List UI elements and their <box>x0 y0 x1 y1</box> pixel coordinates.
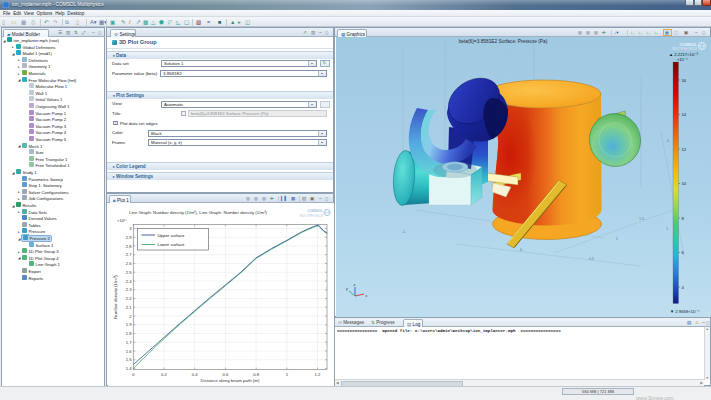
svg-text:16: 16 <box>682 78 687 83</box>
svg-text:2.7: 2.7 <box>126 252 132 257</box>
svg-text:1.5: 1.5 <box>126 357 132 362</box>
svg-text:1.5: 1.5 <box>639 217 644 221</box>
svg-text:MULTIPHYSICS: MULTIPHYSICS <box>672 47 698 51</box>
svg-text:COMSOL: COMSOL <box>679 42 697 47</box>
svg-text:1.8: 1.8 <box>126 331 132 336</box>
svg-text:2.4: 2.4 <box>126 279 132 284</box>
svg-text:1.6: 1.6 <box>126 349 132 354</box>
svg-text:▲ 2.2217×10⁻³: ▲ 2.2217×10⁻³ <box>669 52 698 57</box>
svg-text:2.5: 2.5 <box>126 270 132 275</box>
svg-text:z: z <box>354 283 356 287</box>
svg-text:Number density (1/m³): Number density (1/m³) <box>113 275 118 319</box>
svg-text:0.8: 0.8 <box>253 372 259 377</box>
svg-text:1.7: 1.7 <box>126 340 132 345</box>
svg-text:0.5: 0.5 <box>589 257 594 261</box>
svg-text:-5: -5 <box>402 230 405 234</box>
svg-text:0.6: 0.6 <box>222 372 228 377</box>
svg-text:2.6: 2.6 <box>126 261 132 266</box>
svg-text:12: 12 <box>682 147 687 152</box>
svg-text:1: 1 <box>666 227 668 231</box>
svg-text:Lower surface: Lower surface <box>158 242 186 247</box>
svg-text:Distance along beam path (m): Distance along beam path (m) <box>201 378 260 383</box>
svg-text:x: x <box>366 294 368 298</box>
svg-text:0.2: 0.2 <box>161 372 167 377</box>
svg-text:2.1: 2.1 <box>126 305 132 310</box>
svg-text:2.8: 2.8 <box>126 244 132 249</box>
svg-text:0: 0 <box>520 248 522 252</box>
svg-text:Line Graph: Number density (1/: Line Graph: Number density (1/m³), Line … <box>129 210 268 215</box>
svg-text:1.4: 1.4 <box>126 366 132 371</box>
svg-text:10: 10 <box>682 181 687 186</box>
svg-text:▼ 2.9659×10⁻⁴: ▼ 2.9659×10⁻⁴ <box>670 309 699 314</box>
svg-text:beta(6)=3.8581E2 Surface: Pre: beta(6)=3.8581E2 Surface: Pressure (Pa) <box>459 39 548 44</box>
svg-text:COMSOL: COMSOL <box>307 209 324 213</box>
svg-text:2.3: 2.3 <box>126 287 132 292</box>
svg-text:0.4: 0.4 <box>192 372 198 377</box>
svg-text:0: 0 <box>667 139 669 143</box>
svg-text:1.2: 1.2 <box>315 372 321 377</box>
svg-text:y: y <box>346 287 348 291</box>
svg-text:Upper surface: Upper surface <box>158 233 186 238</box>
svg-text:×10¹⁷: ×10¹⁷ <box>117 218 127 223</box>
svg-text:2.2: 2.2 <box>126 296 132 301</box>
svg-text:MULTIPHYSICS: MULTIPHYSICS <box>300 214 323 218</box>
svg-text:1: 1 <box>616 237 618 241</box>
svg-text:2.9: 2.9 <box>126 235 132 240</box>
svg-text:14: 14 <box>682 112 687 117</box>
svg-text:1.9: 1.9 <box>126 322 132 327</box>
svg-text:×10⁻⁴: ×10⁻⁴ <box>677 57 688 62</box>
